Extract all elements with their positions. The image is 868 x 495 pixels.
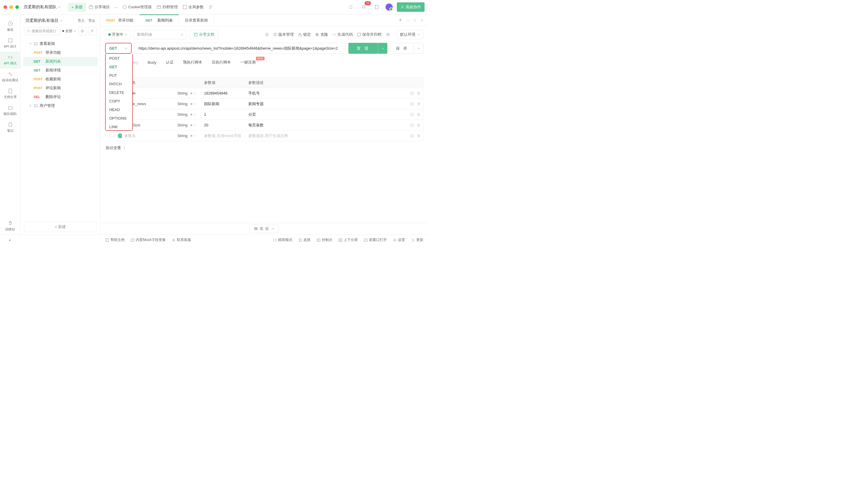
tab-next-button[interactable] (420, 19, 423, 22)
method-option[interactable]: GET (106, 63, 132, 71)
tree-item[interactable]: GET 新闻详情 (23, 66, 98, 75)
archive-manager-button[interactable]: 归档管理 (154, 3, 180, 12)
search-input[interactable]: 搜索目录或接口 (24, 27, 60, 35)
cube-icon[interactable] (410, 113, 414, 117)
notes-button[interactable] (372, 3, 381, 11)
param-value[interactable]: 20 (202, 123, 246, 127)
skin-button[interactable]: 皮肤 (298, 237, 311, 242)
cube-icon[interactable] (410, 134, 414, 138)
type-select[interactable]: String (175, 134, 202, 138)
mock-vars-button[interactable]: 内置Mock字段变量 (131, 237, 166, 242)
path-variables-toggle[interactable]: 路径变量 (100, 141, 428, 155)
add-tab-button[interactable]: + (399, 17, 402, 23)
align-icon[interactable] (265, 33, 269, 37)
close-window-icon[interactable] (3, 5, 7, 9)
maximize-window-icon[interactable] (15, 5, 19, 9)
send-button[interactable]: 发 送 (348, 43, 378, 54)
settings-button[interactable]: 设置 (393, 237, 405, 242)
method-option[interactable]: PATCH (106, 80, 132, 88)
subtab-body[interactable]: Body (147, 58, 157, 67)
method-option[interactable]: PUT (106, 71, 132, 80)
environment-selector[interactable]: 默认环境 (397, 30, 423, 39)
type-select[interactable]: String (175, 91, 202, 96)
clone-button[interactable]: 克隆 (315, 32, 328, 37)
user-avatar[interactable] (385, 3, 393, 11)
locate-button[interactable] (78, 27, 87, 35)
param-desc[interactable]: 分页 (246, 112, 290, 117)
share-project-button[interactable]: 分享项目 (86, 3, 112, 12)
tree-folder[interactable]: 查看新闻 (23, 39, 98, 48)
subtab-auth[interactable]: 认证 (165, 57, 174, 67)
share-doc-button[interactable]: 分享文档 (190, 30, 218, 39)
param-desc-placeholder[interactable]: 参数描述,用于生成文档 (246, 133, 290, 138)
save-split-button[interactable] (414, 43, 423, 54)
tree-item[interactable]: DEL 删除评论 (23, 92, 98, 101)
cube-icon[interactable] (410, 102, 414, 106)
tab[interactable]: GET 新闻列表 (140, 15, 179, 26)
send-split-button[interactable] (378, 43, 387, 54)
delete-icon[interactable] (417, 102, 421, 106)
sync-button[interactable] (346, 3, 355, 11)
export-button[interactable]: 导出 (88, 18, 96, 23)
delete-icon[interactable] (417, 91, 421, 96)
sort-button[interactable] (88, 27, 97, 35)
status-selector[interactable]: 开发中 (105, 30, 131, 39)
method-option[interactable]: COPY (106, 97, 132, 105)
param-value-placeholder[interactable]: 参数值,支持mock字段 (202, 133, 246, 138)
more-button[interactable]: ··· (112, 3, 120, 11)
tree-item[interactable]: POST 登录功能 (23, 48, 98, 57)
export-params-button[interactable]: 导出参数 (100, 70, 428, 78)
type-select[interactable]: String (175, 112, 202, 117)
method-option[interactable]: DELETE (106, 88, 132, 97)
eye-icon[interactable] (386, 32, 390, 37)
check-icon[interactable]: ✓ (118, 134, 122, 138)
param-desc[interactable]: 每页条数 (246, 123, 290, 128)
nav-recent[interactable]: 最近 (0, 18, 20, 35)
delete-icon[interactable] (417, 123, 421, 127)
nav-doc-share[interactable]: 文档分享 (0, 85, 20, 102)
method-option[interactable]: OPTIONS (106, 114, 132, 123)
cube-icon[interactable] (410, 123, 414, 127)
param-value[interactable]: 18289454846 (202, 91, 246, 96)
filter-select[interactable]: 全部 (62, 29, 76, 34)
request-name-input[interactable]: 新闻列表 (134, 30, 187, 39)
tree-item[interactable]: POST 收藏新闻 (23, 75, 98, 84)
nav-api-debug[interactable]: API 调试 (0, 52, 20, 69)
lock-button[interactable]: 锁定 (298, 32, 311, 37)
subtab-post[interactable]: 后执行脚本 (211, 57, 231, 67)
nav-notes[interactable]: 笔记 (0, 119, 20, 136)
new-window-button[interactable]: 新窗口打开 (364, 237, 387, 242)
save-button[interactable]: 保 存 (390, 43, 414, 54)
sidebar-new-button[interactable]: + 新建 (24, 222, 97, 232)
tab[interactable]: POST 登录功能 (100, 15, 140, 26)
simple-mode-button[interactable]: 精简模式 (273, 237, 292, 242)
collab-button[interactable]: 高效协作 (397, 2, 424, 12)
tree-item[interactable]: POST 评论新闻 (23, 84, 98, 92)
collapse-button[interactable]: « (9, 238, 11, 242)
nav-trash[interactable]: 回收站 (0, 218, 20, 235)
type-select[interactable]: String (175, 102, 202, 106)
tab[interactable]: 目录查看新闻 (179, 15, 214, 26)
update-button[interactable]: 更新 (411, 237, 423, 242)
subtab-stress[interactable]: 一键压测 NEW (240, 57, 256, 67)
subtab-pre[interactable]: 预执行脚本 (183, 57, 203, 67)
method-select[interactable]: GET POST GET PUT PATCH DELETE COPY HEAD … (105, 43, 132, 54)
split-button[interactable]: 上下分屏 (338, 237, 358, 242)
tree-folder[interactable]: 用户管理 (23, 101, 98, 110)
param-desc[interactable]: 手机号 (246, 91, 290, 96)
delete-icon[interactable] (417, 113, 421, 117)
response-toggle-button[interactable]: 响 应 区 (250, 224, 279, 233)
console-button[interactable]: 控制台 (316, 237, 332, 242)
notifications-button[interactable]: 15 (359, 3, 368, 11)
team-selector[interactable]: 涅柔斯的私有团队 (23, 4, 61, 10)
method-option[interactable]: LINK (106, 123, 132, 131)
tree-item[interactable]: GET 新闻列表 (23, 57, 98, 66)
list-toggle-button[interactable] (206, 3, 215, 11)
help-doc-button[interactable]: 帮助文档 (105, 237, 125, 242)
method-option[interactable]: POST (106, 54, 132, 63)
minimize-window-icon[interactable] (10, 5, 13, 9)
tab-more-button[interactable]: ··· (406, 18, 409, 22)
nav-project-team[interactable]: 项目/团队 (0, 102, 20, 119)
nav-auto-test[interactable]: 自动化测试 (0, 69, 20, 85)
global-params-button[interactable]: 全局参数 (180, 3, 206, 12)
